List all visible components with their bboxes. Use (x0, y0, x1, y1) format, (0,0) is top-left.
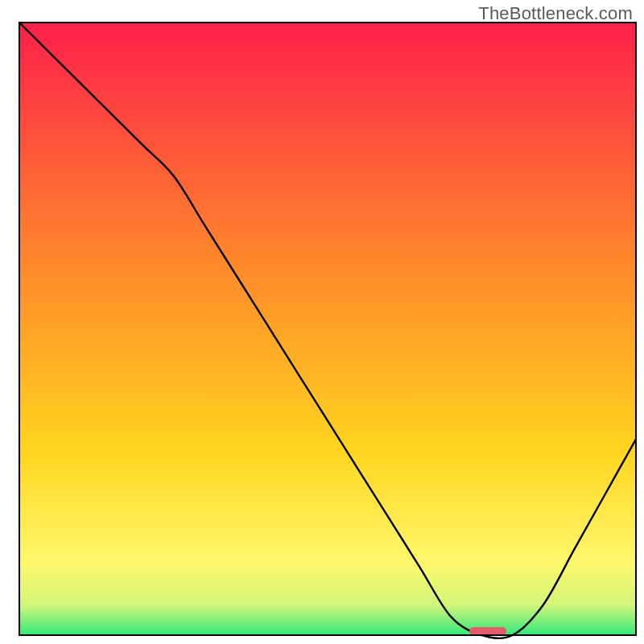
optimal-marker (469, 627, 506, 635)
watermark-label: TheBottleneck.com (478, 3, 633, 24)
chart-container: TheBottleneck.com (0, 0, 644, 644)
bottleneck-curve-chart (0, 0, 644, 644)
